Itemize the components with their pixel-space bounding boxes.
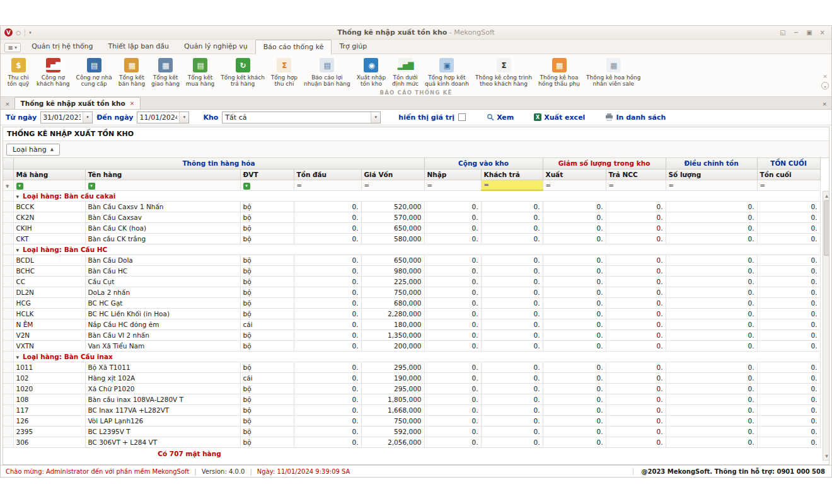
grid-cell[interactable]: 0. <box>481 233 543 244</box>
grid-cell[interactable]: 592,000 <box>361 426 424 437</box>
grid-cell[interactable]: 650,000 <box>361 222 424 233</box>
grid-cell[interactable]: 306 <box>13 437 85 447</box>
chevron-down-icon[interactable]: ▾ <box>179 112 188 123</box>
grid-cell[interactable]: 0. <box>666 255 757 265</box>
grid-cell[interactable]: 0. <box>757 201 820 212</box>
quick-access-caret-icon[interactable]: ▾ <box>29 30 32 35</box>
grid-cell[interactable]: bộ <box>240 201 294 212</box>
grid-cell[interactable]: 0. <box>666 383 757 394</box>
grid-cell[interactable]: 580,000 <box>361 233 424 244</box>
filter-cell[interactable]: = <box>424 180 481 190</box>
filter-cell[interactable] <box>13 180 85 190</box>
minimize-icon[interactable]: − <box>794 29 799 36</box>
vertical-scrollbar[interactable]: ▲ ▼ <box>823 191 829 461</box>
ribbon-button[interactable]: ▤Tổng kết mua hàng <box>183 56 217 88</box>
filter-cell[interactable]: = <box>481 180 543 190</box>
band-header[interactable]: Giảm số lượng trong kho <box>543 158 666 169</box>
data-row[interactable]: 102Hàng xịt 102Acái0.190,0000.0.0.0.0.0. <box>3 372 820 383</box>
ribbon-button[interactable]: ΣTổng hợp thu chi <box>268 56 301 88</box>
grid-cell[interactable]: 0. <box>294 383 361 394</box>
menu-launcher-icon[interactable]: ▦ ▾ <box>4 43 21 52</box>
grid-cell[interactable]: 0. <box>606 340 666 351</box>
grid-cell[interactable]: HCG <box>13 297 85 308</box>
grid-cell[interactable]: 0. <box>606 362 666 372</box>
grid-cell[interactable]: DoLa 2 nhấn <box>85 287 240 297</box>
grid-cell[interactable]: 0. <box>757 426 820 437</box>
grid-cell[interactable]: 0. <box>757 340 820 351</box>
filter-cell[interactable]: = <box>757 180 820 190</box>
grid-cell[interactable]: 0. <box>666 212 757 222</box>
grid-cell[interactable]: 0. <box>543 319 606 329</box>
grid-cell[interactable]: 1,805,000 <box>361 394 424 404</box>
ribbon-button[interactable]: ▦Tổng kết giao hàng <box>148 56 183 88</box>
grid-cell[interactable]: 0. <box>606 415 666 426</box>
grid-cell[interactable]: 0. <box>666 308 757 319</box>
grid-cell[interactable]: 0. <box>606 308 666 319</box>
grid-cell[interactable]: 0. <box>294 297 361 308</box>
grid-cell[interactable]: 1,350,000 <box>361 329 424 340</box>
grid-cell[interactable]: 0. <box>481 276 543 287</box>
grid-cell[interactable]: 0. <box>481 340 543 351</box>
band-header[interactable]: Cộng vào kho <box>424 158 543 169</box>
grid-cell[interactable]: 0. <box>757 222 820 233</box>
grid-cell[interactable]: bộ <box>240 222 294 233</box>
grid-cell[interactable]: 0. <box>757 308 820 319</box>
grid-cell[interactable]: 0. <box>424 404 481 415</box>
grid-cell[interactable]: BCCK <box>13 201 85 212</box>
grid-cell[interactable]: 0. <box>757 404 820 415</box>
grid-cell[interactable]: Bàn Cầu CK (hoa) <box>85 222 240 233</box>
filter-cell[interactable]: = <box>294 180 361 190</box>
grid-cell[interactable]: 0. <box>543 437 606 447</box>
grid-cell[interactable]: HCLK <box>13 308 85 319</box>
column-header[interactable]: Mã hàng <box>13 169 85 180</box>
data-row[interactable]: HCLKBC HC Liền Khối (in Hoa)bộ0.2,280,00… <box>3 308 820 319</box>
grid-cell[interactable]: 0. <box>666 372 757 383</box>
grid-cell[interactable]: 0. <box>543 340 606 351</box>
grid-cell[interactable]: 0. <box>481 394 543 404</box>
grid-cell[interactable]: 0. <box>543 308 606 319</box>
group-by-chip[interactable]: Loại hàng ▲ <box>6 144 60 156</box>
grid-cell[interactable]: 190,000 <box>361 372 424 383</box>
grid-cell[interactable]: 570,000 <box>361 212 424 222</box>
grid-cell[interactable]: Bàn Cầu Dola <box>85 255 240 265</box>
grid-cell[interactable]: 0. <box>424 383 481 394</box>
grid-cell[interactable]: 0. <box>543 265 606 276</box>
grid-cell[interactable]: 0. <box>757 255 820 265</box>
grid-cell[interactable]: 0. <box>294 415 361 426</box>
grid-cell[interactable]: 0. <box>424 329 481 340</box>
ribbon-button[interactable]: ▦Tổng kết bán hàng <box>115 56 148 88</box>
ribbon-expand-icon[interactable]: ▴ <box>821 82 829 89</box>
column-header[interactable]: Tên hàng <box>85 169 240 180</box>
grid-cell[interactable]: CK2N <box>13 212 85 222</box>
grid-cell[interactable]: 0. <box>606 394 666 404</box>
data-row[interactable]: DL2NDoLa 2 nhấnbộ0.750,0000.0.0.0.0.0. <box>3 287 820 297</box>
filter-cell[interactable]: = <box>666 180 757 190</box>
grid-cell[interactable]: 225,000 <box>361 276 424 287</box>
grid-cell[interactable]: 0. <box>543 297 606 308</box>
fullscreen-icon[interactable]: ◱ <box>780 29 785 36</box>
grid-cell[interactable]: 0. <box>666 415 757 426</box>
grid-cell[interactable]: 0. <box>481 404 543 415</box>
grid-cell[interactable]: 0. <box>757 265 820 276</box>
grid-cell[interactable]: BC Inax 117VA +L282VT <box>85 404 240 415</box>
grid-cell[interactable]: 0. <box>757 437 820 447</box>
group-row[interactable]: ▾Loại hàng: Bàn Cầu inax <box>3 351 820 362</box>
warehouse-select[interactable]: Tất cả ▾ <box>222 112 381 123</box>
doc-tab-close-icon[interactable]: × <box>130 100 135 106</box>
grid-cell[interactable]: 0. <box>424 287 481 297</box>
grid-cell[interactable]: 0. <box>481 297 543 308</box>
grid-cell[interactable]: 0. <box>666 329 757 340</box>
scroll-up-icon[interactable]: ▲ <box>823 192 829 200</box>
grid-cell[interactable]: cái <box>240 319 294 329</box>
ribbon-button[interactable]: ◉Xuất nhập tồn kho <box>354 56 389 88</box>
grid-cell[interactable]: 0. <box>543 404 606 415</box>
grid-cell[interactable]: 0. <box>606 287 666 297</box>
grid-cell[interactable]: 0. <box>424 372 481 383</box>
grid-cell[interactable]: 2,280,000 <box>361 308 424 319</box>
grid-cell[interactable]: BC HC Gạt <box>85 297 240 308</box>
grid-cell[interactable]: 0. <box>424 394 481 404</box>
grid-cell[interactable]: Van Xã Tiểu Nam <box>85 340 240 351</box>
grid-cell[interactable]: 0. <box>757 276 820 287</box>
data-row[interactable]: CKIHBàn Cầu CK (hoa)bộ0.650,0000.0.0.0.0… <box>3 222 820 233</box>
grid-cell[interactable]: 0. <box>543 233 606 244</box>
